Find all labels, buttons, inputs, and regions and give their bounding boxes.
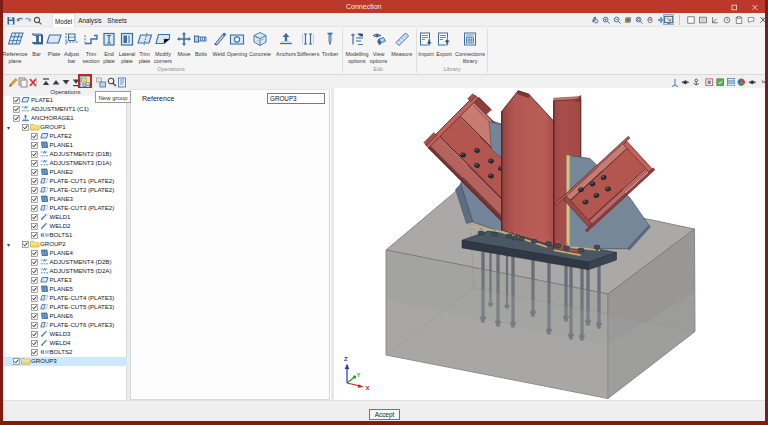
svg-text:Y: Y [357,372,361,378]
svg-text:Z: Z [344,356,348,362]
svg-text:X: X [366,385,370,391]
